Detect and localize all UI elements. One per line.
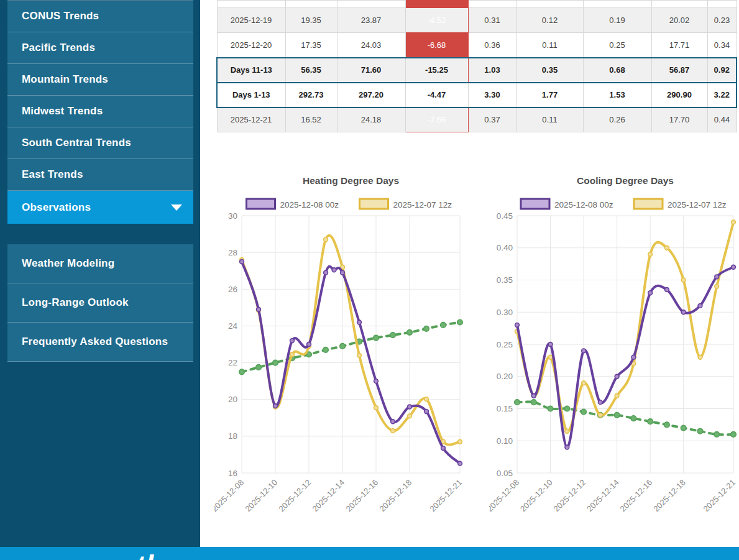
data-point: [390, 333, 396, 338]
x-axis-tick-label: 2025-12-14: [585, 478, 621, 514]
y-axis-tick-label: 30: [228, 211, 237, 221]
sidebar-item-weather-modeling[interactable]: Weather Modeling: [7, 244, 193, 283]
table-row: [217, 1, 737, 8]
x-axis-tick-label: 2025-12-10: [243, 478, 279, 514]
sidebar-item-midwest-trends[interactable]: Midwest Trends: [7, 96, 193, 127]
data-point: [631, 416, 636, 421]
data-point: [732, 220, 736, 224]
charts-row: Heating Degree Days2025-12-08 00z2025-12…: [214, 172, 739, 523]
table-cell: 0.37: [468, 108, 516, 132]
data-point: [341, 270, 345, 275]
legend-swatch: [634, 199, 663, 209]
y-axis-tick-label: 28: [228, 248, 237, 257]
data-point: [732, 265, 736, 269]
data-point: [256, 365, 262, 370]
sidebar-primary-nav: CONUS TrendsPacific TrendsMountain Trend…: [7, 0, 193, 224]
sidebar: CONUS TrendsPacific TrendsMountain Trend…: [0, 0, 200, 547]
data-point: [548, 342, 553, 347]
x-axis-tick-label: 2025-12-12: [552, 478, 588, 514]
data-point: [548, 406, 553, 411]
data-point: [648, 291, 653, 295]
chart-title: Cooling Degree Days: [577, 175, 674, 186]
x-axis-tick-label: 2025-12-21: [428, 478, 464, 514]
x-axis-tick-label: 2025-12-18: [377, 478, 413, 514]
table-row: 2025-12-2116.5224.18-7.660.370.110.2617.…: [217, 108, 737, 132]
sidebar-item-frequently-asked-questions[interactable]: Frequently Asked Questions: [7, 323, 193, 362]
data-point: [614, 413, 620, 418]
sidebar-item-south-central-trends[interactable]: South Central Trends: [7, 127, 193, 159]
table-cell: 24.18: [337, 108, 405, 132]
table-cell: 1.03: [468, 58, 516, 83]
table-cell: 0.12: [516, 8, 583, 33]
data-point: [273, 360, 278, 365]
table-cell: 3.30: [468, 83, 516, 108]
table-cell: 3.22: [707, 83, 737, 108]
sidebar-item-label: Observations: [22, 201, 91, 214]
data-point: [681, 278, 686, 282]
cooling-degree-days-chart: Cooling Degree Days2025-12-08 00z2025-12…: [489, 172, 737, 523]
data-point: [615, 393, 619, 398]
x-axis-tick-label: 2025-12-12: [277, 478, 313, 514]
sidebar-item-mountain-trends[interactable]: Mountain Trends: [7, 64, 193, 96]
table-cell: 23.87: [337, 8, 405, 33]
y-axis-tick-label: 0.10: [497, 436, 513, 446]
data-point: [548, 355, 553, 359]
sidebar-item-label: East Trends: [22, 168, 83, 181]
sidebar-item-observations[interactable]: Observations: [7, 191, 193, 224]
table-cell: 0.35: [516, 58, 583, 83]
data-point: [425, 410, 429, 414]
y-axis-tick-label: 18: [228, 431, 237, 441]
data-point: [515, 323, 520, 328]
data-point: [257, 307, 261, 311]
data-point: [424, 326, 429, 332]
data-point: [441, 323, 446, 328]
heating-degree-days-chart: Heating Degree Days2025-12-08 00z2025-12…: [214, 172, 482, 523]
data-point: [598, 400, 602, 405]
heating-chart-canvas: Heating Degree Days2025-12-08 00z2025-12…: [214, 172, 482, 523]
y-axis-tick-label: 0.05: [497, 469, 513, 478]
sidebar-item-conus-trends[interactable]: CONUS Trends: [7, 1, 193, 32]
trends-table: 2025-12-1919.3523.87-4.520.310.120.1920.…: [216, 0, 737, 132]
table-cell: 0.34: [707, 33, 737, 58]
y-axis-tick-label: 0.45: [497, 211, 513, 221]
y-axis-tick-label: 20: [228, 395, 237, 404]
data-point: [408, 405, 412, 409]
data-point: [698, 304, 702, 308]
table-cell: [516, 1, 583, 8]
table-cell: 2025-12-19: [217, 8, 285, 33]
sidebar-item-label: Frequently Asked Questions: [22, 336, 168, 348]
x-axis-tick-label: 2025-12-14: [310, 478, 346, 514]
data-point: [582, 349, 586, 353]
table-cell: -4.47: [405, 83, 468, 108]
y-axis-tick-label: 0.40: [497, 243, 513, 252]
table-cell: 1.53: [583, 83, 651, 108]
data-point: [323, 347, 329, 353]
data-point: [307, 342, 311, 347]
data-point: [531, 400, 536, 405]
table-cell: 56.35: [285, 58, 337, 83]
x-axis-tick-label: 2025-12-08: [489, 478, 521, 514]
legend-label: 2025-12-08 00z: [554, 200, 613, 209]
data-point: [731, 432, 737, 438]
table-cell: -15.25: [405, 58, 468, 83]
sidebar-item-east-trends[interactable]: East Trends: [7, 159, 193, 191]
legend-swatch: [247, 199, 275, 209]
legend-item[interactable]: 2025-12-08 00z: [247, 199, 339, 209]
data-point: [290, 339, 295, 343]
legend-item[interactable]: 2025-12-07 12z: [634, 199, 727, 209]
legend-item[interactable]: 2025-12-08 00z: [521, 199, 613, 209]
sidebar-item-long-range-outlook[interactable]: Long-Range Outlook: [7, 283, 193, 323]
table-cell: 1.77: [516, 83, 583, 108]
legend-item[interactable]: 2025-12-07 12z: [360, 199, 452, 209]
data-point: [665, 288, 669, 292]
y-axis-tick-label: 0.35: [497, 275, 513, 285]
data-point: [615, 374, 619, 379]
table-row: Days 1-13292.73297.20-4.473.301.771.5329…: [217, 83, 737, 108]
table-cell: -7.66: [405, 108, 468, 132]
table-cell: 0.68: [583, 58, 651, 83]
table-cell: -6.68: [405, 33, 468, 58]
data-point: [457, 319, 463, 325]
sidebar-item-pacific-trends[interactable]: Pacific Trends: [7, 32, 193, 64]
x-axis-tick-label: 2025-12-16: [618, 478, 654, 514]
y-axis-tick-label: 0.20: [497, 372, 513, 381]
